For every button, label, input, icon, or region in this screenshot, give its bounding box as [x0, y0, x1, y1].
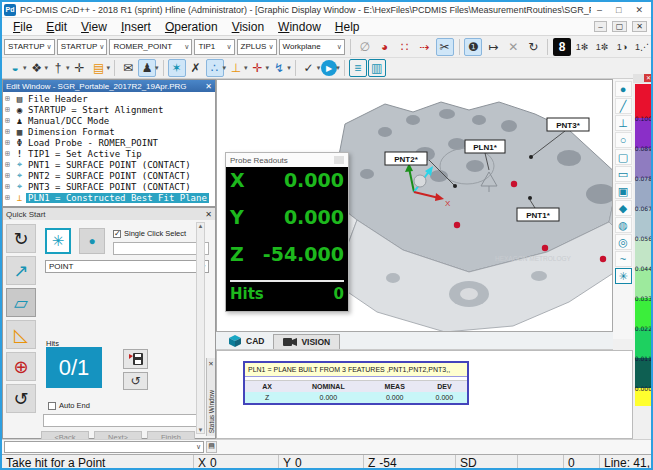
move-icon[interactable]: ✛: [71, 59, 89, 77]
close-icon[interactable]: ✕: [205, 82, 212, 91]
plane-feature-icon[interactable]: ⊥: [227, 59, 245, 77]
alignment-combo[interactable]: STARTUP∨: [4, 39, 55, 55]
auto-feature-asterisk-icon[interactable]: ✳: [615, 268, 632, 284]
command-page-button[interactable]: ▤: [206, 441, 217, 453]
tree-row-selected[interactable]: ⊞⊥PLN1 = Constructed Best Fit Plane: [5, 192, 215, 203]
tree-row[interactable]: ⊞ΦLoad Probe - ROMER_POINT: [5, 137, 215, 148]
feature-label-pnt2[interactable]: PNT2*: [385, 152, 427, 165]
probe-readouts-window[interactable]: Probe Readouts X0.000 Y0.000 Z-54.000 Hi…: [225, 152, 349, 312]
probe-sphere-icon[interactable]: ◒: [6, 59, 24, 77]
point-forward-icon[interactable]: ↦: [484, 38, 502, 56]
cylinder-feature-icon[interactable]: ▣: [615, 183, 632, 199]
mdi-close-button[interactable]: ✕: [632, 21, 647, 32]
menu-view[interactable]: View: [74, 19, 114, 35]
tree-row[interactable]: ⊞!TIP1 = Set Active Tip: [5, 148, 215, 159]
status-window-tab[interactable]: ✕ Status Window: [206, 358, 215, 436]
lobing-icon[interactable]: ∷: [396, 38, 414, 56]
auto-end-checkbox[interactable]: Auto End: [48, 401, 90, 410]
play-icon[interactable]: ▶: [321, 60, 337, 76]
pick-icon[interactable]: ✗: [187, 59, 205, 77]
probe-analyze-icon[interactable]: ◕: [376, 38, 394, 56]
wand-icon[interactable]: ✶: [168, 59, 186, 77]
pierce-icon[interactable]: ∅: [356, 38, 374, 56]
tree-row[interactable]: ⊞⌖PNT3 = SURFACE POINT (CONTACT): [5, 181, 215, 192]
expander-icon[interactable]: ⊞: [5, 127, 14, 136]
undo-hit-button[interactable]: ↺: [123, 372, 148, 390]
view-cube-icon[interactable]: ❖: [28, 59, 46, 77]
vertical-scrollbar[interactable]: ▲ ▼: [196, 222, 205, 434]
minimize-button[interactable]: –: [597, 5, 602, 15]
scroll-down-icon[interactable]: ▼: [198, 427, 204, 433]
feature-label-pnt3[interactable]: PNT3*: [547, 118, 589, 131]
point-feature-button[interactable]: ●: [79, 228, 105, 254]
close-icon[interactable]: ✕: [208, 360, 213, 368]
menu-operation[interactable]: Operation: [158, 19, 225, 35]
tree-row[interactable]: ⊞⌖PNT2 = SURFACE POINT (CONTACT): [5, 170, 215, 181]
menu-window[interactable]: Window: [271, 19, 328, 35]
edit-window-titlebar[interactable]: Edit Window - SGR_Portable_2017R2_19Apr.…: [3, 80, 215, 92]
tab-cad[interactable]: CAD: [220, 332, 273, 349]
torus-feature-icon[interactable]: ◎: [615, 234, 632, 250]
save-hit-button[interactable]: [123, 349, 148, 369]
alignment-crosshair-icon[interactable]: ✛: [249, 59, 267, 77]
cone-feature-icon[interactable]: ◆: [615, 200, 632, 216]
angle-icon[interactable]: ◺: [6, 320, 36, 349]
mdi-restore-button[interactable]: ▢: [612, 21, 628, 32]
tab-vision[interactable]: VISION: [273, 334, 340, 349]
tree-row[interactable]: ⊞▦Dimension Format: [5, 126, 215, 137]
vector-arrow-icon[interactable]: ↗: [6, 256, 36, 285]
report-file-icon[interactable]: ▤: [90, 59, 108, 77]
stylus-icon[interactable]: †: [49, 59, 67, 77]
comment-icon[interactable]: ✉: [119, 59, 137, 77]
close-icon[interactable]: ✕: [205, 210, 212, 219]
scroll-up-icon[interactable]: ▲: [198, 223, 204, 229]
close-icon[interactable]: ✕: [644, 74, 653, 82]
asterisk-feature-button[interactable]: ✳: [45, 228, 71, 254]
expander-icon[interactable]: ⊞: [5, 182, 14, 191]
graphic-display-window[interactable]: HEXAGON METROLOGY X PNT2*: [216, 79, 613, 332]
feature-type-combo[interactable]: POINT ∨: [45, 260, 209, 273]
rotate-d-icon[interactable]: ↻: [524, 38, 542, 56]
rotate-icon[interactable]: ↺: [6, 384, 36, 413]
check-icon[interactable]: ✓: [300, 59, 318, 77]
expander-icon[interactable]: ⊞: [5, 138, 14, 147]
expander-icon[interactable]: ⊞: [5, 116, 14, 125]
alignment2-combo[interactable]: STARTUP∨: [57, 39, 108, 55]
tip-combo[interactable]: TIP1∨: [194, 39, 234, 55]
report-window-icon[interactable]: ≡: [349, 59, 367, 77]
mdi-minimize-button[interactable]: –: [594, 21, 606, 32]
expander-icon[interactable]: ⊞: [5, 94, 14, 103]
expander-icon[interactable]: ⊞: [5, 105, 14, 114]
point-star-icon[interactable]: 1✼: [593, 38, 611, 56]
probe-8-icon[interactable]: 8: [553, 38, 571, 56]
single-point-mode-icon[interactable]: ❶: [464, 38, 482, 56]
point-feature-icon[interactable]: ●: [615, 81, 632, 97]
menu-edit[interactable]: Edit: [39, 19, 74, 35]
expander-icon[interactable]: ⊞: [5, 193, 14, 202]
ruler-icon[interactable]: ▱: [6, 288, 36, 317]
quick-start-titlebar[interactable]: Quick Start ✕: [3, 208, 215, 220]
tree-row[interactable]: ⊞⌖PNT1 = SURFACE POINT (CONTACT): [5, 159, 215, 170]
vector-lightning-icon[interactable]: ↯: [270, 59, 288, 77]
expander-icon[interactable]: ⊞: [5, 149, 14, 158]
expander-icon[interactable]: ⊞: [5, 171, 14, 180]
workplane-axis-combo[interactable]: ZPLUS∨: [237, 39, 277, 55]
panel-button[interactable]: [334, 156, 344, 164]
feature-label-pnt1[interactable]: PNT1*: [517, 208, 559, 221]
tree-row[interactable]: ⊞♟Manual/DCC Mode: [5, 115, 215, 126]
sphere-feature-icon[interactable]: ◍: [615, 217, 632, 233]
scan-points-icon[interactable]: ⇢: [416, 38, 434, 56]
stats-window-icon[interactable]: ▥: [368, 59, 386, 77]
circle-feature-icon[interactable]: ○: [615, 132, 632, 148]
auto-feature-icon[interactable]: ∴: [206, 59, 224, 77]
close-button[interactable]: ✕: [635, 5, 643, 15]
expander-icon[interactable]: ⊞: [5, 160, 14, 169]
plane-feature-icon[interactable]: ⊥: [615, 115, 632, 131]
checkbox-unchecked-icon[interactable]: [48, 402, 56, 410]
single-click-select-checkbox[interactable]: Single Click Select: [113, 229, 186, 238]
checkbox-checked-icon[interactable]: [113, 230, 121, 238]
menu-vision[interactable]: Vision: [225, 19, 271, 35]
tree-row[interactable]: ⊞◉STARTUP = Start Alignment: [5, 104, 215, 115]
line-feature-icon[interactable]: ╱: [615, 98, 632, 114]
round-slot-feature-icon[interactable]: ▢: [615, 149, 632, 165]
